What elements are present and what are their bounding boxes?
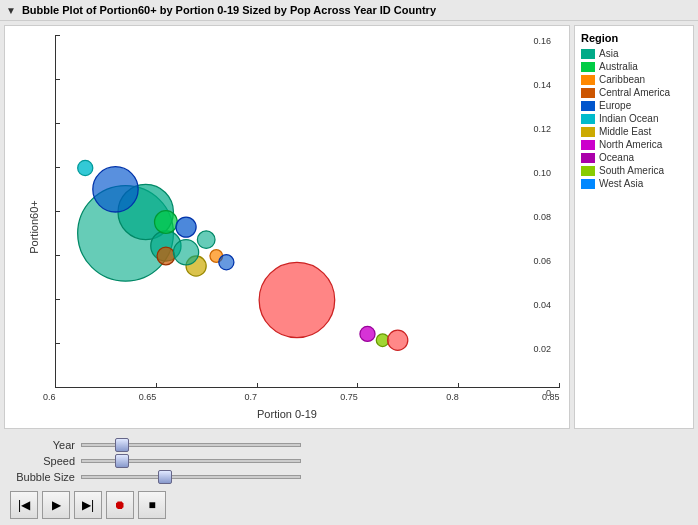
- legend-label-south-america: South America: [599, 165, 664, 176]
- legend-color-west-asia: [581, 179, 595, 189]
- app-container: ▼ Bubble Plot of Portion60+ by Portion 0…: [0, 0, 698, 525]
- legend-item-europe: Europe: [581, 100, 687, 111]
- year-control-row: Year: [10, 439, 688, 451]
- legend-label-west-asia: West Asia: [599, 178, 643, 189]
- legend-item-asia: Asia: [581, 48, 687, 59]
- legend-item-oceana: Oceana: [581, 152, 687, 163]
- legend-label-north-america: North America: [599, 139, 662, 150]
- main-area: Portion60+ Portion 0-19 1950 0 0.02: [0, 21, 698, 433]
- legend-color-south-america: [581, 166, 595, 176]
- stop-button[interactable]: ■: [138, 491, 166, 519]
- legend-label-indian-ocean: Indian Ocean: [599, 113, 659, 124]
- legend-label-australia: Australia: [599, 61, 638, 72]
- legend-color-europe: [581, 101, 595, 111]
- legend-item-central-america: Central America: [581, 87, 687, 98]
- legend-color-oceana: [581, 153, 595, 163]
- legend-label-middle-east: Middle East: [599, 126, 651, 137]
- legend-label-oceana: Oceana: [599, 152, 634, 163]
- bubble-europe-lg: [93, 167, 138, 212]
- step-forward-button[interactable]: ▶|: [74, 491, 102, 519]
- bubble-europe-extra: [219, 255, 234, 270]
- step-back-button[interactable]: |◀: [10, 491, 38, 519]
- legend-label-caribbean: Caribbean: [599, 74, 645, 85]
- bubble-europe-sm: [176, 217, 196, 237]
- title-bar: ▼ Bubble Plot of Portion60+ by Portion 0…: [0, 0, 698, 21]
- chart-title: Bubble Plot of Portion60+ by Portion 0-1…: [22, 4, 436, 16]
- legend-item-caribbean: Caribbean: [581, 74, 687, 85]
- legend-color-middle-east: [581, 127, 595, 137]
- legend-item-australia: Australia: [581, 61, 687, 72]
- x-tick-085: 0.85: [559, 383, 560, 388]
- speed-slider[interactable]: [81, 459, 301, 463]
- legend-item-west-asia: West Asia: [581, 178, 687, 189]
- speed-control-row: Speed: [10, 455, 688, 467]
- legend-color-indian-ocean: [581, 114, 595, 124]
- controls-area: Year Speed Bubble Size |◀ ▶ ▶| ⏺ ■: [0, 433, 698, 525]
- chart-inner: Portion60+ Portion 0-19 1950 0 0.02: [5, 26, 569, 428]
- legend-label-asia: Asia: [599, 48, 618, 59]
- bubble-size-slider[interactable]: [81, 475, 301, 479]
- x-axis-label: Portion 0-19: [257, 408, 317, 420]
- legend-item-north-america: North America: [581, 139, 687, 150]
- legend-color-asia: [581, 49, 595, 59]
- bubbles-svg: [55, 36, 559, 388]
- legend-label-central-america: Central America: [599, 87, 670, 98]
- bubble-central-america: [157, 247, 175, 265]
- playback-controls: |◀ ▶ ▶| ⏺ ■: [10, 491, 688, 519]
- legend-title: Region: [581, 32, 687, 44]
- legend-item-south-america: South America: [581, 165, 687, 176]
- play-button[interactable]: ▶: [42, 491, 70, 519]
- record-button[interactable]: ⏺: [106, 491, 134, 519]
- legend-color-australia: [581, 62, 595, 72]
- bubble-size-slider-thumb[interactable]: [158, 470, 172, 484]
- legend-color-north-america: [581, 140, 595, 150]
- legend: Region Asia Australia Caribbean Central …: [574, 25, 694, 429]
- legend-color-caribbean: [581, 75, 595, 85]
- bubble-indian-ocean: [78, 160, 93, 175]
- legend-label-europe: Europe: [599, 100, 631, 111]
- speed-slider-thumb[interactable]: [115, 454, 129, 468]
- bubble-asia-extra2: [197, 231, 215, 249]
- bubble-size-label: Bubble Size: [10, 471, 75, 483]
- y-axis-label: Portion60+: [28, 200, 40, 254]
- bubble-size-control-row: Bubble Size: [10, 471, 688, 483]
- year-slider-thumb[interactable]: [115, 438, 129, 452]
- legend-color-central-america: [581, 88, 595, 98]
- year-slider[interactable]: [81, 443, 301, 447]
- chart-container: Portion60+ Portion 0-19 1950 0 0.02: [4, 25, 570, 429]
- collapse-arrow[interactable]: ▼: [6, 5, 16, 16]
- legend-item-middle-east: Middle East: [581, 126, 687, 137]
- bubble-north-america: [360, 326, 375, 341]
- plot-area: 0 0.02 0.04 0.06: [55, 36, 559, 388]
- bubble-oceana: [376, 334, 389, 347]
- legend-item-indian-ocean: Indian Ocean: [581, 113, 687, 124]
- bubble-australia: [155, 211, 178, 234]
- bubble-asia-extra: [173, 240, 198, 265]
- year-label: Year: [10, 439, 75, 451]
- bubble-south-america: [259, 262, 335, 337]
- speed-label: Speed: [10, 455, 75, 467]
- bubble-west-asia: [388, 330, 408, 350]
